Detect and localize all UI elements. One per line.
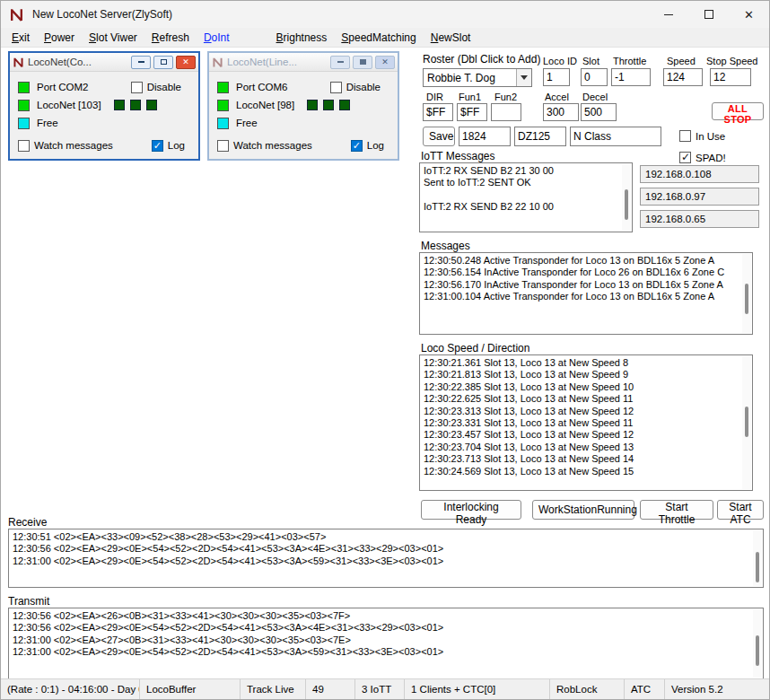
slot-label: Slot (582, 56, 599, 66)
accel-field[interactable] (543, 103, 579, 121)
scrollbar-thumb[interactable] (756, 635, 759, 666)
receive-line: 12:30:51 <02><EA><33><09><52><38><28><53… (13, 531, 750, 543)
speed-field[interactable] (663, 68, 703, 86)
receive-box[interactable]: 12:30:51 <02><EA><33><09><52><38><28><53… (8, 529, 764, 588)
mdi-minimize-button[interactable] (131, 56, 151, 69)
iott-messages-title: IoTT Messages (421, 150, 494, 162)
log-checkbox[interactable]: Log (351, 140, 384, 152)
mdi-maximize-button[interactable] (153, 56, 173, 69)
roster-panel: Roster (Dbl Click to Add) Loco ID Slot T… (419, 51, 770, 164)
checkbox-label: SPAD! (696, 153, 726, 163)
chevron-down-icon[interactable] (516, 69, 531, 86)
iott-scrollbar[interactable] (622, 164, 631, 231)
maximize-button[interactable] (688, 1, 729, 28)
loco-speed-line: 12:30:21.361 Slot 13, Loco 13 at New Spe… (424, 357, 739, 369)
decel-field[interactable] (581, 103, 617, 121)
loco-speed-line: 12:30:23.457 Slot 13, Loco 13 at New Spe… (424, 429, 739, 441)
all-stop-button[interactable]: ALL STOP (712, 102, 764, 120)
interlocking-ready-button[interactable]: Interlocking Ready (421, 500, 521, 520)
checkbox-label: Log (367, 140, 384, 151)
spad-checkbox[interactable]: SPAD! (679, 152, 726, 163)
close-button[interactable]: ✕ (729, 1, 769, 28)
checkbox-box (679, 130, 691, 142)
dir-field[interactable] (423, 103, 453, 121)
loco-speed-line: 12:30:23.313 Slot 13, Loco 13 at New Spe… (424, 406, 739, 417)
save-button[interactable]: Save (423, 127, 455, 146)
disable-checkbox[interactable]: Disable (330, 82, 381, 93)
iott-message-line: IoTT:2 RX SEND B2 22 10 00 (424, 201, 619, 213)
roster-combobox[interactable]: Robbie T. Dog (423, 68, 532, 87)
fun1-field[interactable] (457, 103, 487, 121)
checkbox-box (351, 140, 363, 152)
start-atc-button[interactable]: Start ATC (717, 500, 764, 520)
activity-indicator (130, 100, 141, 110)
fun2-field[interactable] (491, 103, 521, 121)
checkbox-box (217, 140, 229, 152)
port-label: Port COM2 (37, 82, 89, 92)
mdi-minimize-button[interactable] (330, 56, 350, 69)
slot-field[interactable] (581, 68, 608, 86)
status-bar: (Rate : 0:1) - 04:16:00 - Day 00 LocoBuf… (1, 678, 769, 699)
mdi-title-bar[interactable]: LocoNet(Co... ✕ (10, 53, 198, 72)
loco-speed-box[interactable]: 12:30:21.361 Slot 13, Loco 13 at New Spe… (419, 354, 753, 491)
loco-speed-line: 12:30:23.713 Slot 13, Loco 13 at New Spe… (424, 453, 739, 465)
close-icon: ✕ (381, 58, 389, 66)
loconet-com2-window[interactable]: LocoNet(Co... ✕ Port COM2 Disable LocoNe… (8, 51, 200, 161)
menu-doint[interactable]: DoInt (197, 30, 237, 46)
menu-brightness[interactable]: Brightness (269, 30, 335, 46)
message-line: 12:30:50.248 Active Transponder for Loco… (424, 255, 739, 267)
loconet-label: LocoNet [98] (236, 100, 294, 110)
loco-speed-scrollbar[interactable] (742, 356, 751, 489)
in-use-checkbox[interactable]: In Use (679, 130, 725, 142)
minimize-button[interactable] (648, 1, 688, 28)
menu-exit[interactable]: Exit (4, 30, 37, 46)
loconet-status-indicator (217, 100, 229, 111)
loco-speed-line: 12:30:23.331 Slot 13, Loco 13 at New Spe… (424, 417, 739, 429)
port-label: Port COM6 (236, 82, 288, 92)
mdi-maximize-button[interactable] (353, 56, 372, 69)
throttle-field[interactable] (611, 68, 651, 86)
decoder-field[interactable] (514, 127, 566, 146)
loconet-com6-window[interactable]: LocoNet(Line... ✕ Port COM6 Disable Loco… (207, 51, 399, 161)
menu-speed-matching[interactable]: SpeedMatching (334, 30, 423, 46)
iott-message-line: Sent to IoTT:2 SENT OK (424, 177, 619, 188)
activity-indicator (146, 100, 157, 110)
loco-speed-line: 12:30:22.385 Slot 13, Loco 13 at New Spe… (424, 381, 739, 393)
receive-scrollbar[interactable] (753, 530, 762, 586)
transmit-box[interactable]: 12:30:56 <02><EA><26><0B><31><33><41><30… (8, 608, 764, 679)
stop-speed-field[interactable] (710, 68, 751, 86)
loco-speed-line: 12:30:22.625 Slot 13, Loco 13 at New Spe… (424, 393, 739, 405)
watch-messages-checkbox[interactable]: Watch messages (18, 140, 113, 152)
workstation-running-button[interactable]: WorkStationRunning (532, 500, 634, 520)
start-throttle-button[interactable]: Start Throttle (640, 500, 713, 520)
address-field[interactable] (459, 127, 511, 146)
activity-indicator (114, 100, 125, 110)
transmit-scrollbar[interactable] (753, 609, 762, 678)
scrollbar-thumb[interactable] (745, 284, 748, 314)
iott-messages-box[interactable]: IoTT:2 RX SEND B2 21 30 00Sent to IoTT:2… (419, 162, 633, 232)
scrollbar-thumb[interactable] (756, 552, 759, 582)
minimize-icon (664, 14, 673, 15)
menu-power[interactable]: Power (37, 30, 82, 46)
log-checkbox[interactable]: Log (152, 140, 185, 152)
loco-id-field[interactable] (543, 68, 570, 86)
menu-refresh[interactable]: Refresh (144, 30, 197, 46)
menu-new-slot[interactable]: NewSlot (424, 30, 478, 46)
menu-slot-viewer[interactable]: Slot Viwer (82, 30, 144, 46)
mdi-title-bar[interactable]: LocoNet(Line... ✕ (209, 53, 398, 72)
watch-messages-checkbox[interactable]: Watch messages (217, 140, 312, 152)
status-clients: 1 Clients + CTC[0] (405, 679, 550, 699)
transmit-line: 12:31:00 <02><EA><29><0E><54><52><2D><54… (13, 646, 750, 658)
activity-indicator (323, 100, 334, 110)
scrollbar-thumb[interactable] (745, 407, 748, 437)
scrollbar-thumb[interactable] (625, 189, 628, 220)
messages-scrollbar[interactable] (742, 254, 751, 333)
class-field[interactable] (570, 127, 661, 146)
mdi-close-button[interactable]: ✕ (176, 56, 196, 69)
mdi-body: Port COM2 Disable LocoNet [103] Free (10, 72, 198, 154)
status-version: Version 5.2 (665, 679, 769, 699)
loco-id-label: Loco ID (543, 56, 577, 66)
messages-box[interactable]: 12:30:50.248 Active Transponder for Loco… (419, 252, 753, 335)
disable-checkbox[interactable]: Disable (131, 82, 181, 93)
mdi-close-button[interactable]: ✕ (375, 56, 395, 69)
